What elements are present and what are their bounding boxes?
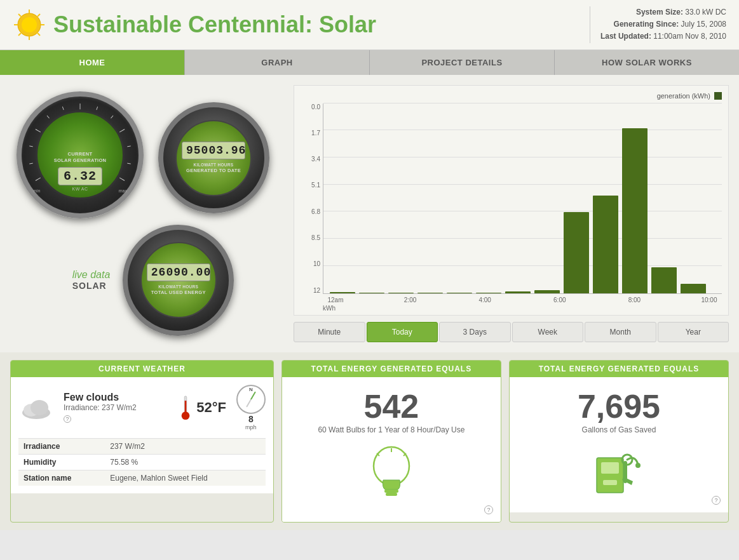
energy-bulbs-help[interactable]: ? xyxy=(484,505,493,514)
header: Sustainable Centennial: Solar System Siz… xyxy=(0,0,739,50)
generating-since: Generating Since: July 15, 2008 xyxy=(600,18,726,30)
header-info: System Size: 33.0 kW DC Generating Since… xyxy=(590,6,726,43)
cloud-icon xyxy=(18,395,53,420)
x-axis-label: 8:00 xyxy=(621,297,647,303)
svg-rect-33 xyxy=(386,493,397,496)
energy-bulbs-value: 542 xyxy=(364,390,419,423)
energy-gas-content: 7,695 Gallons of Gas Saved ? xyxy=(510,377,728,512)
svg-line-9 xyxy=(18,33,21,36)
chart-bar xyxy=(505,291,531,293)
weather-table: Irradiance237 W/m2Humidity75.58 %Station… xyxy=(18,438,266,486)
generated-gauge: 95003.96 KILOWATT HOURS GENERATED TO DAT… xyxy=(158,102,269,213)
gauge-max-label: max xyxy=(119,189,127,193)
nav-how-solar-works[interactable]: HOW SOLAR WORKS xyxy=(555,50,739,75)
time-button[interactable]: Year xyxy=(658,322,729,342)
x-axis-label: 10:00 xyxy=(696,297,722,303)
x-axis-unit: kWh xyxy=(323,303,722,312)
compass-north: N xyxy=(249,387,253,392)
speedometer-unit: KW AC xyxy=(72,187,88,191)
last-updated: Last Updated: 11:00am Nov 8, 2010 xyxy=(600,30,726,43)
temperature-value: 52°F xyxy=(196,399,226,416)
svg-line-14 xyxy=(47,116,50,118)
chart-container: generation (kWh) 12 10 8.5 6.8 5.1 3.4 1… xyxy=(294,85,729,316)
nav-graph[interactable]: GRAPH xyxy=(185,50,370,75)
chart-bar xyxy=(330,292,355,293)
time-button[interactable]: 3 Days xyxy=(439,322,511,342)
weather-table-row: Irradiance237 W/m2 xyxy=(18,438,266,454)
svg-line-12 xyxy=(29,146,32,147)
main-nav: HOME GRAPH PROJECT DETAILS HOW SOLAR WOR… xyxy=(0,50,739,75)
svg-line-7 xyxy=(37,33,40,36)
svg-line-11 xyxy=(29,163,32,164)
weather-content: Few clouds Irradiance: 237 W/m2 ? 52°F xyxy=(11,377,273,493)
legend-label: generation (kWh) xyxy=(657,92,710,100)
svg-line-15 xyxy=(62,106,64,109)
energy-bulbs-panel: TOTAL ENERGY GENERATED EQUALS 542 60 Wat… xyxy=(281,360,501,523)
compass: N xyxy=(236,385,266,414)
irradiance-help[interactable]: ? xyxy=(64,415,71,423)
time-button[interactable]: Month xyxy=(585,322,656,342)
page-title: Sustainable Centennial: Solar xyxy=(53,11,376,38)
x-axis-label: 4:00 xyxy=(472,297,498,303)
svg-point-27 xyxy=(31,400,48,415)
sun-icon xyxy=(13,8,46,41)
energy-bulbs-desc: 60 Watt Bulbs for 1 Year of 8 Hour/Day U… xyxy=(318,425,464,434)
total-energy-label: KILOWATT HOURS TOTAL USED ENERGY xyxy=(151,284,206,297)
weather-table-row: Station nameEugene, Mahlon Sweet Field xyxy=(18,470,266,486)
thermometer-icon xyxy=(180,395,191,420)
gas-pump-icon xyxy=(587,442,651,496)
svg-line-22 xyxy=(119,177,125,180)
gauge-min-label: min xyxy=(33,189,40,193)
svg-line-8 xyxy=(37,14,40,17)
svg-rect-30 xyxy=(185,401,187,413)
nav-project-details[interactable]: PROJECT DETAILS xyxy=(370,50,555,75)
chart-bar xyxy=(564,212,589,293)
chart-bar xyxy=(388,293,414,293)
chart-bar xyxy=(651,267,677,293)
x-axis-label: 12am xyxy=(323,297,348,303)
weather-row-value: 75.58 % xyxy=(105,454,266,470)
x-axis: 12am2:004:006:008:0010:00 xyxy=(323,294,722,303)
bulb-icon xyxy=(363,442,420,505)
svg-line-6 xyxy=(18,14,21,17)
generated-gauge-inner: 95003.96 KILOWATT HOURS GENERATED TO DAT… xyxy=(175,120,252,196)
time-button[interactable]: Minute xyxy=(294,322,365,342)
chart-bar xyxy=(417,293,443,293)
energy-gas-desc: Gallons of Gas Saved xyxy=(582,425,656,434)
chart-legend: generation (kWh) xyxy=(301,92,722,100)
energy-gas-header: TOTAL ENERGY GENERATED EQUALS xyxy=(510,361,728,377)
svg-line-18 xyxy=(111,116,113,118)
bars-container xyxy=(323,103,722,293)
generated-gauge-wrap: 95003.96 KILOWATT HOURS GENERATED TO DAT… xyxy=(150,85,283,225)
x-axis-label: 2:00 xyxy=(398,297,423,303)
wind-unit: mph xyxy=(245,424,257,430)
generated-value: 95003.96 xyxy=(182,142,245,159)
total-energy-gauge: 26090.00 KILOWATT HOURS TOTAL USED ENERG… xyxy=(123,225,234,336)
live-data-label: live data SOLAR xyxy=(72,269,111,291)
time-buttons: MinuteToday3 DaysWeekMonthYear xyxy=(294,322,729,342)
time-button[interactable]: Week xyxy=(512,322,584,342)
svg-rect-32 xyxy=(384,490,398,493)
energy-gas-help[interactable]: ? xyxy=(712,496,721,505)
weather-temp: 52°F xyxy=(180,395,226,420)
time-button[interactable]: Today xyxy=(367,322,438,342)
svg-line-13 xyxy=(36,129,41,132)
weather-main: Few clouds Irradiance: 237 W/m2 ? 52°F xyxy=(18,385,266,430)
weather-row-label: Humidity xyxy=(18,454,105,470)
nav-home[interactable]: HOME xyxy=(0,50,185,75)
x-axis-label: 6:00 xyxy=(547,297,573,303)
chart-panel: generation (kWh) 12 10 8.5 6.8 5.1 3.4 1… xyxy=(294,85,729,342)
weather-irradiance: Irradiance: 237 W/m2 xyxy=(64,403,170,412)
speedometer-gauge: CURRENT SOLAR GENERATION 6.32 KW AC min … xyxy=(17,91,144,218)
energy-gas-panel: TOTAL ENERGY GENERATED EQUALS 7,695 Gall… xyxy=(509,360,729,523)
weather-table-row: Humidity75.58 % xyxy=(18,454,266,470)
weather-row-label: Station name xyxy=(18,470,105,486)
header-left: Sustainable Centennial: Solar xyxy=(13,8,376,41)
chart-bar xyxy=(359,293,384,293)
svg-line-20 xyxy=(127,146,130,147)
compass-arrow xyxy=(246,391,256,407)
chart-bar xyxy=(681,284,706,293)
svg-point-31 xyxy=(374,447,409,485)
system-size: System Size: 33.0 kW DC xyxy=(600,6,726,18)
main-content: CURRENT SOLAR GENERATION 6.32 KW AC min … xyxy=(0,75,739,352)
